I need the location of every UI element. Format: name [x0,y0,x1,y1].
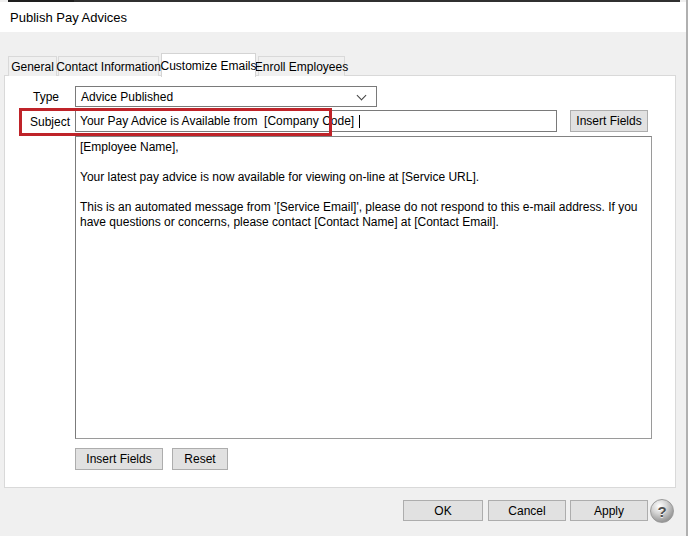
titlebar: Publish Pay Advices [0,2,686,32]
tab-general-label: General [11,60,54,74]
type-dropdown[interactable]: Advice Published [75,86,377,107]
tab-customize-emails[interactable]: Customize Emails [161,53,256,77]
tab-enroll-employees-label: Enroll Employees [255,60,348,74]
tab-enroll-employees[interactable]: Enroll Employees [258,56,345,76]
ok-button[interactable]: OK [403,500,483,521]
reset-button[interactable]: Reset [172,448,228,470]
ok-button-label: OK [434,504,451,518]
insert-fields-button-bottom-label: Insert Fields [86,452,151,466]
chevron-down-icon [357,91,367,101]
tab-general[interactable]: General [8,56,57,76]
window-title: Publish Pay Advices [10,10,127,25]
apply-button-label: Apply [594,504,624,518]
insert-fields-button-top[interactable]: Insert Fields [570,110,648,132]
type-dropdown-value: Advice Published [81,90,173,104]
cancel-button-label: Cancel [508,504,545,518]
insert-fields-button-top-label: Insert Fields [576,114,641,128]
type-label: Type [33,90,59,104]
apply-button[interactable]: Apply [570,500,648,521]
tab-customize-emails-label: Customize Emails [160,59,256,73]
tab-strip: General Contact Information Customize Em… [8,52,345,76]
insert-fields-button-bottom[interactable]: Insert Fields [75,448,163,470]
subject-input-value: Your Pay Advice is Available from [Compa… [80,114,357,128]
question-mark-icon: ? [657,503,666,520]
email-body-editor[interactable]: [Employee Name], Your latest pay advice … [75,136,652,439]
cancel-button[interactable]: Cancel [488,500,566,521]
help-icon[interactable]: ? [650,499,674,523]
subject-input[interactable]: Your Pay Advice is Available from [Compa… [75,110,557,132]
text-cursor [359,115,360,128]
tab-contact-information[interactable]: Contact Information [58,56,159,76]
subject-label: Subject [30,115,70,129]
reset-button-label: Reset [184,452,215,466]
tab-contact-information-label: Contact Information [56,60,161,74]
